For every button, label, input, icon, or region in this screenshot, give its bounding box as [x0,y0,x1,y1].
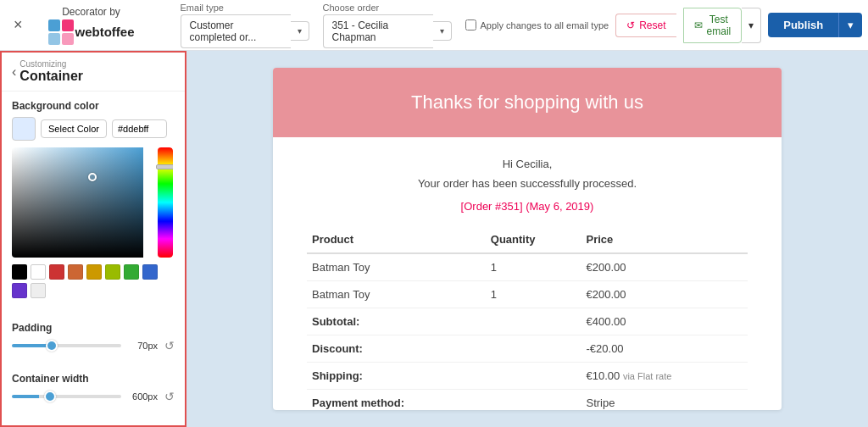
row1-product: Batman Toy [307,253,486,281]
main-content: ‹ Customizing Container Background color… [0,51,868,427]
swatch-lime[interactable] [105,264,120,280]
col-product: Product [307,226,486,253]
payment-empty [486,390,581,411]
email-order-link: [Order #351] (May 6, 2019) [307,200,748,213]
container-title: Container [19,69,83,84]
padding-reset-icon[interactable]: ↺ [164,339,175,352]
email-type-label: Email type [181,3,309,13]
container-width-section: Container width 600px ↺ [2,364,185,415]
color-gradient [12,147,143,258]
table-row: Batman Toy 1 €200.00 [307,253,748,281]
discount-empty [486,336,581,363]
table-row: Batman Toy 1 €200.00 [307,281,748,308]
color-swatch-preview[interactable] [12,117,36,141]
logo-square-1 [48,19,60,31]
reset-button[interactable]: ↺ Reset [615,14,676,37]
shipping-row: Shipping: €10.00 via Flat rate [307,363,748,390]
swatch-yellow[interactable] [86,264,102,280]
padding-slider-row: 70px ↺ [12,339,175,352]
discount-row: Discount: -€20.00 [307,336,748,363]
publish-button[interactable]: Publish [768,13,838,37]
test-email-dropdown[interactable]: ▾ [742,8,761,43]
shipping-note: via Flat rate [623,371,671,381]
row1-price: €200.00 [581,253,748,281]
padding-section: Padding 70px ↺ [2,313,185,364]
email-header-text: Thanks for shopping with us [290,92,765,114]
container-width-value: 600px [128,391,158,402]
email-intro: Your order has been successfully process… [307,177,748,190]
email-header: Thanks for shopping with us [273,68,782,137]
color-input-row: Select Color [12,117,175,141]
payment-label: Payment method: [307,390,486,411]
email-greeting: Hi Cecilia, [307,158,748,170]
padding-value: 70px [128,341,158,351]
swatch-purple[interactable] [12,283,27,298]
preview-area: Thanks for shopping with us Hi Cecilia, … [186,51,868,427]
container-width-slider-row: 600px ↺ [12,390,175,403]
color-picker[interactable] [12,147,173,258]
subtotal-label: Subtotal: [307,308,486,336]
hue-slider[interactable] [158,147,173,258]
test-email-btn-group: ✉ Test email ▾ [683,8,762,43]
discount-label: Discount: [307,336,486,363]
discount-value: -€20.00 [581,336,748,363]
padding-slider[interactable] [12,344,121,347]
swatch-orange[interactable] [68,264,83,280]
choose-order-label: Choose order [323,3,452,13]
publish-btn-group: Publish ▾ [768,13,862,37]
email-order-table: Product Quantity Price Batman Toy 1 €200… [307,226,748,410]
email-type-dropdown[interactable]: ▾ [291,21,309,41]
payment-value: Stripe [581,390,748,411]
swatch-red[interactable] [49,264,64,280]
container-width-title: Container width [12,373,175,385]
hex-input[interactable] [112,119,167,138]
customizing-label: Customizing [19,59,83,69]
container-width-reset-icon[interactable]: ↺ [164,390,175,403]
close-button[interactable]: × [14,15,23,36]
logo-square-2 [62,19,74,31]
email-preview: Thanks for shopping with us Hi Cecilia, … [273,68,782,410]
row1-qty: 1 [486,253,581,281]
shipping-label: Shipping: [307,363,486,390]
topbar: × Decorator by webtoffee Email type Cust… [0,0,868,51]
apply-changes-checkbox[interactable] [465,19,476,30]
email-type-select-wrapper: Customer completed or... ▾ [181,14,309,48]
col-quantity: Quantity [486,226,581,253]
row2-product: Batman Toy [307,281,486,308]
email-body: Hi Cecilia, Your order has been successf… [273,137,782,410]
shipping-value: €10.00 via Flat rate [581,363,748,390]
apply-changes-label[interactable]: Apply changes to all email type [465,19,609,30]
subtotal-value: €400.00 [581,308,748,336]
topbar-right: Apply changes to all email type ↺ Reset … [465,8,863,43]
reset-icon: ↺ [626,19,635,31]
padding-title: Padding [12,322,175,334]
swatch-white[interactable] [31,264,46,280]
email-icon: ✉ [694,19,703,31]
back-button[interactable]: ‹ [12,64,16,80]
subtotal-empty [486,308,581,336]
container-width-slider[interactable] [12,395,121,398]
hue-thumb[interactable] [156,164,173,169]
logo-square-4 [62,33,74,45]
sidebar: ‹ Customizing Container Background color… [0,51,186,427]
row2-qty: 1 [486,281,581,308]
payment-row: Payment method: Stripe [307,390,748,411]
publish-dropdown[interactable]: ▾ [838,13,862,37]
select-color-button[interactable]: Select Color [41,119,107,138]
test-email-button[interactable]: ✉ Test email [683,8,743,43]
row2-price: €200.00 [581,281,748,308]
brand: Decorator by webtoffee [36,6,147,45]
logo-square-3 [48,33,60,45]
email-type-field: Email type Customer completed or... ▾ [181,3,309,48]
swatch-blue[interactable] [142,264,158,280]
swatch-light[interactable] [31,283,46,298]
choose-order-select[interactable]: 351 - Cecilia Chapman [323,14,433,48]
subtotal-row: Subtotal: €400.00 [307,308,748,336]
swatch-green[interactable] [124,264,139,280]
col-price: Price [581,226,748,253]
choose-order-dropdown[interactable]: ▾ [433,21,452,41]
choose-order-select-wrapper: 351 - Cecilia Chapman ▾ [323,14,452,48]
swatch-black[interactable] [12,264,27,280]
email-type-select[interactable]: Customer completed or... [181,14,291,48]
sidebar-header: ‹ Customizing Container [2,53,185,92]
